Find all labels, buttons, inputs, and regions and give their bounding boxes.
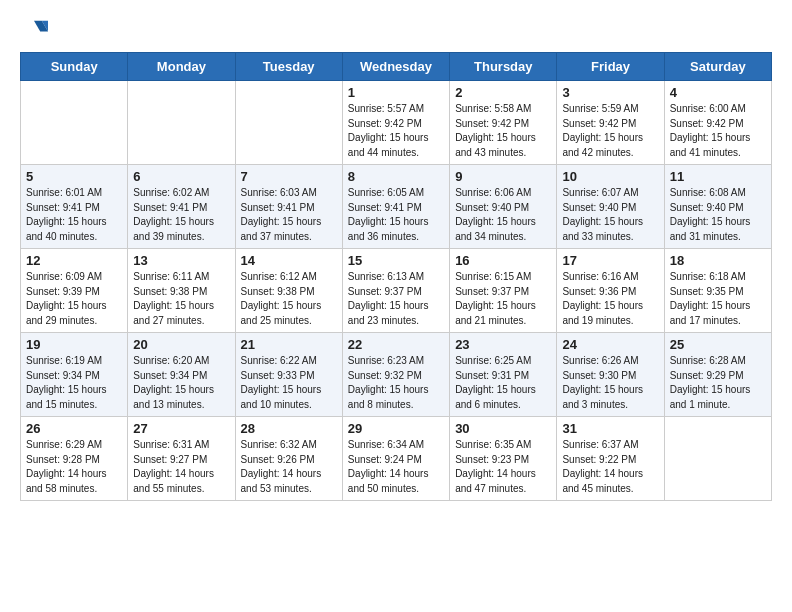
day-number: 11 [670, 169, 766, 184]
day-info: Sunrise: 6:22 AM Sunset: 9:33 PM Dayligh… [241, 355, 322, 410]
day-info: Sunrise: 6:18 AM Sunset: 9:35 PM Dayligh… [670, 271, 751, 326]
day-info: Sunrise: 6:03 AM Sunset: 9:41 PM Dayligh… [241, 187, 322, 242]
page: SundayMondayTuesdayWednesdayThursdayFrid… [0, 0, 792, 517]
day-info: Sunrise: 6:26 AM Sunset: 9:30 PM Dayligh… [562, 355, 643, 410]
day-header-sunday: Sunday [21, 53, 128, 81]
logo [20, 16, 52, 44]
week-row-5: 26Sunrise: 6:29 AM Sunset: 9:28 PM Dayli… [21, 417, 772, 501]
week-row-1: 1Sunrise: 5:57 AM Sunset: 9:42 PM Daylig… [21, 81, 772, 165]
header-row: SundayMondayTuesdayWednesdayThursdayFrid… [21, 53, 772, 81]
day-number: 6 [133, 169, 229, 184]
header [20, 16, 772, 44]
calendar-cell: 18Sunrise: 6:18 AM Sunset: 9:35 PM Dayli… [664, 249, 771, 333]
calendar-cell: 12Sunrise: 6:09 AM Sunset: 9:39 PM Dayli… [21, 249, 128, 333]
day-number: 14 [241, 253, 337, 268]
calendar-cell: 4Sunrise: 6:00 AM Sunset: 9:42 PM Daylig… [664, 81, 771, 165]
day-info: Sunrise: 6:37 AM Sunset: 9:22 PM Dayligh… [562, 439, 643, 494]
calendar-cell: 26Sunrise: 6:29 AM Sunset: 9:28 PM Dayli… [21, 417, 128, 501]
week-row-2: 5Sunrise: 6:01 AM Sunset: 9:41 PM Daylig… [21, 165, 772, 249]
day-number: 10 [562, 169, 658, 184]
calendar-cell: 3Sunrise: 5:59 AM Sunset: 9:42 PM Daylig… [557, 81, 664, 165]
calendar-cell: 19Sunrise: 6:19 AM Sunset: 9:34 PM Dayli… [21, 333, 128, 417]
day-info: Sunrise: 6:28 AM Sunset: 9:29 PM Dayligh… [670, 355, 751, 410]
calendar-cell: 17Sunrise: 6:16 AM Sunset: 9:36 PM Dayli… [557, 249, 664, 333]
week-row-3: 12Sunrise: 6:09 AM Sunset: 9:39 PM Dayli… [21, 249, 772, 333]
calendar-cell: 2Sunrise: 5:58 AM Sunset: 9:42 PM Daylig… [450, 81, 557, 165]
day-number: 21 [241, 337, 337, 352]
day-number: 17 [562, 253, 658, 268]
day-info: Sunrise: 6:34 AM Sunset: 9:24 PM Dayligh… [348, 439, 429, 494]
calendar-cell: 9Sunrise: 6:06 AM Sunset: 9:40 PM Daylig… [450, 165, 557, 249]
day-number: 9 [455, 169, 551, 184]
calendar-cell: 15Sunrise: 6:13 AM Sunset: 9:37 PM Dayli… [342, 249, 449, 333]
calendar-cell [235, 81, 342, 165]
calendar-cell: 13Sunrise: 6:11 AM Sunset: 9:38 PM Dayli… [128, 249, 235, 333]
day-number: 30 [455, 421, 551, 436]
day-info: Sunrise: 6:12 AM Sunset: 9:38 PM Dayligh… [241, 271, 322, 326]
day-info: Sunrise: 6:16 AM Sunset: 9:36 PM Dayligh… [562, 271, 643, 326]
calendar-cell: 30Sunrise: 6:35 AM Sunset: 9:23 PM Dayli… [450, 417, 557, 501]
day-info: Sunrise: 6:23 AM Sunset: 9:32 PM Dayligh… [348, 355, 429, 410]
week-row-4: 19Sunrise: 6:19 AM Sunset: 9:34 PM Dayli… [21, 333, 772, 417]
day-info: Sunrise: 6:35 AM Sunset: 9:23 PM Dayligh… [455, 439, 536, 494]
calendar-cell: 31Sunrise: 6:37 AM Sunset: 9:22 PM Dayli… [557, 417, 664, 501]
day-number: 23 [455, 337, 551, 352]
day-number: 22 [348, 337, 444, 352]
calendar-cell: 6Sunrise: 6:02 AM Sunset: 9:41 PM Daylig… [128, 165, 235, 249]
day-info: Sunrise: 6:15 AM Sunset: 9:37 PM Dayligh… [455, 271, 536, 326]
calendar-cell: 28Sunrise: 6:32 AM Sunset: 9:26 PM Dayli… [235, 417, 342, 501]
day-number: 4 [670, 85, 766, 100]
day-number: 19 [26, 337, 122, 352]
calendar-cell [21, 81, 128, 165]
day-info: Sunrise: 6:08 AM Sunset: 9:40 PM Dayligh… [670, 187, 751, 242]
day-info: Sunrise: 6:31 AM Sunset: 9:27 PM Dayligh… [133, 439, 214, 494]
day-number: 8 [348, 169, 444, 184]
day-header-tuesday: Tuesday [235, 53, 342, 81]
day-number: 12 [26, 253, 122, 268]
calendar-cell: 10Sunrise: 6:07 AM Sunset: 9:40 PM Dayli… [557, 165, 664, 249]
day-number: 20 [133, 337, 229, 352]
day-info: Sunrise: 6:29 AM Sunset: 9:28 PM Dayligh… [26, 439, 107, 494]
calendar-cell: 11Sunrise: 6:08 AM Sunset: 9:40 PM Dayli… [664, 165, 771, 249]
day-info: Sunrise: 6:05 AM Sunset: 9:41 PM Dayligh… [348, 187, 429, 242]
calendar-table: SundayMondayTuesdayWednesdayThursdayFrid… [20, 52, 772, 501]
logo-icon [20, 16, 48, 44]
calendar-cell: 16Sunrise: 6:15 AM Sunset: 9:37 PM Dayli… [450, 249, 557, 333]
day-number: 24 [562, 337, 658, 352]
day-header-wednesday: Wednesday [342, 53, 449, 81]
calendar-cell: 21Sunrise: 6:22 AM Sunset: 9:33 PM Dayli… [235, 333, 342, 417]
calendar-cell [664, 417, 771, 501]
calendar-cell [128, 81, 235, 165]
day-info: Sunrise: 6:19 AM Sunset: 9:34 PM Dayligh… [26, 355, 107, 410]
calendar-cell: 8Sunrise: 6:05 AM Sunset: 9:41 PM Daylig… [342, 165, 449, 249]
day-number: 26 [26, 421, 122, 436]
calendar-cell: 29Sunrise: 6:34 AM Sunset: 9:24 PM Dayli… [342, 417, 449, 501]
day-info: Sunrise: 6:11 AM Sunset: 9:38 PM Dayligh… [133, 271, 214, 326]
day-number: 28 [241, 421, 337, 436]
calendar-cell: 22Sunrise: 6:23 AM Sunset: 9:32 PM Dayli… [342, 333, 449, 417]
calendar-cell: 14Sunrise: 6:12 AM Sunset: 9:38 PM Dayli… [235, 249, 342, 333]
day-header-monday: Monday [128, 53, 235, 81]
day-number: 29 [348, 421, 444, 436]
day-number: 27 [133, 421, 229, 436]
day-number: 3 [562, 85, 658, 100]
day-number: 1 [348, 85, 444, 100]
calendar-cell: 25Sunrise: 6:28 AM Sunset: 9:29 PM Dayli… [664, 333, 771, 417]
day-info: Sunrise: 6:06 AM Sunset: 9:40 PM Dayligh… [455, 187, 536, 242]
day-header-thursday: Thursday [450, 53, 557, 81]
day-header-friday: Friday [557, 53, 664, 81]
calendar-cell: 27Sunrise: 6:31 AM Sunset: 9:27 PM Dayli… [128, 417, 235, 501]
day-number: 5 [26, 169, 122, 184]
day-info: Sunrise: 6:13 AM Sunset: 9:37 PM Dayligh… [348, 271, 429, 326]
day-header-saturday: Saturday [664, 53, 771, 81]
day-info: Sunrise: 6:01 AM Sunset: 9:41 PM Dayligh… [26, 187, 107, 242]
day-number: 18 [670, 253, 766, 268]
day-number: 31 [562, 421, 658, 436]
day-info: Sunrise: 5:58 AM Sunset: 9:42 PM Dayligh… [455, 103, 536, 158]
day-number: 13 [133, 253, 229, 268]
day-number: 25 [670, 337, 766, 352]
calendar-cell: 24Sunrise: 6:26 AM Sunset: 9:30 PM Dayli… [557, 333, 664, 417]
calendar-cell: 23Sunrise: 6:25 AM Sunset: 9:31 PM Dayli… [450, 333, 557, 417]
day-info: Sunrise: 6:32 AM Sunset: 9:26 PM Dayligh… [241, 439, 322, 494]
calendar-cell: 20Sunrise: 6:20 AM Sunset: 9:34 PM Dayli… [128, 333, 235, 417]
